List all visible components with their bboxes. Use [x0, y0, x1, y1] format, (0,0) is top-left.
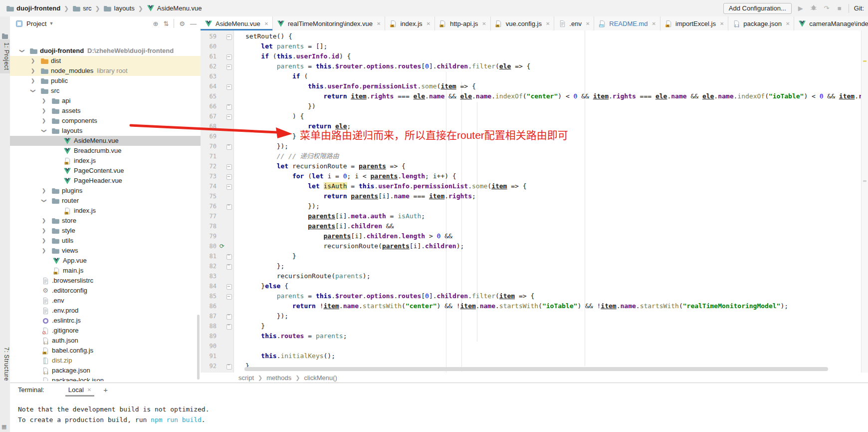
tree-item[interactable]: PageHeader.vue	[10, 176, 201, 186]
breadcrumb-item[interactable]: AsideMenu.vue	[147, 4, 202, 12]
debug-icon[interactable]	[810, 4, 818, 12]
code-line[interactable]: 80⟳ recursionRoute(parents[i].children);	[201, 241, 868, 251]
tree-item[interactable]: JSbabel.config.js	[10, 346, 201, 356]
line-number[interactable]: 84	[201, 281, 217, 291]
code-line[interactable]: 71 // // 递归权限路由	[201, 151, 868, 161]
editor-tab[interactable]: JSvue.config.js✕	[491, 16, 555, 30]
line-number[interactable]: 59	[201, 31, 217, 41]
editor-tab[interactable]: JSindex.js✕	[385, 16, 434, 30]
code-line[interactable]: 81 }	[201, 251, 868, 261]
code-line[interactable]: 89 this.routes = parents;	[201, 331, 868, 341]
line-number[interactable]: 83	[201, 271, 217, 281]
tree-item[interactable]: ❯node_moduleslibrary root	[10, 66, 201, 76]
code-line[interactable]: 87 });	[201, 311, 868, 321]
tree-item[interactable]: AsideMenu.vue	[10, 136, 201, 146]
tree-item[interactable]: ❯api	[10, 96, 201, 106]
line-number[interactable]: 69	[201, 131, 217, 141]
fold-marker[interactable]	[226, 54, 232, 60]
chevron-collapsed-icon[interactable]: ❯	[41, 226, 47, 236]
tree-item[interactable]: ❯store	[10, 216, 201, 226]
close-icon[interactable]: ✕	[720, 21, 724, 26]
chevron-collapsed-icon[interactable]: ❯	[30, 66, 36, 76]
line-number[interactable]: 74	[201, 181, 217, 191]
close-icon[interactable]: ✕	[546, 21, 550, 26]
fold-marker[interactable]	[226, 284, 232, 290]
editor-tab[interactable]: .env✕	[554, 16, 594, 30]
chevron-collapsed-icon[interactable]: ❯	[41, 186, 47, 196]
fold-marker[interactable]	[226, 294, 232, 300]
tree-item[interactable]: JSmain.js	[10, 266, 201, 276]
fold-marker[interactable]	[226, 64, 232, 70]
close-icon[interactable]: ✕	[786, 21, 790, 26]
code-editor[interactable]: 59setRoute() {60 let parents = [];61 if …	[201, 30, 868, 373]
tree-item[interactable]: ❯components	[10, 116, 201, 126]
tree-item[interactable]: JSindex.js	[10, 206, 201, 216]
fold-marker[interactable]	[226, 144, 232, 150]
fold-marker[interactable]	[226, 174, 232, 180]
close-icon[interactable]: ✕	[87, 387, 91, 393]
run-icon[interactable]: ▶	[797, 4, 805, 12]
code-line[interactable]: 66 })	[201, 101, 868, 111]
line-number[interactable]: 87	[201, 311, 217, 321]
code-line[interactable]: 77 parents[i].meta.auth = isAuth;	[201, 211, 868, 221]
code-line[interactable]: 82 };	[201, 261, 868, 271]
tool-switcher-icon[interactable]: ▦	[1, 424, 6, 430]
breadcrumb-item[interactable]: script	[238, 374, 254, 382]
breadcrumb-item[interactable]: duoji-frontend	[6, 4, 60, 12]
line-number[interactable]: 78	[201, 221, 217, 231]
editor-tab[interactable]: cameraManage\index.vue✕	[794, 16, 868, 30]
tree-item[interactable]: ❯duoji-frontendD:\zheheWeb\duoji-fronten…	[10, 46, 201, 56]
line-number[interactable]: 88	[201, 321, 217, 331]
line-number[interactable]: 89	[201, 331, 217, 341]
line-number[interactable]: 76	[201, 201, 217, 211]
tool-tab-structure[interactable]: 7: Structure	[0, 347, 10, 381]
git-label[interactable]: Git:	[854, 4, 864, 12]
chevron-collapsed-icon[interactable]: ❯	[41, 216, 47, 226]
line-number[interactable]: 80	[201, 241, 217, 251]
breadcrumb-item[interactable]: src	[72, 4, 91, 12]
fold-marker[interactable]	[226, 324, 232, 330]
code-line[interactable]: 84 }else {	[201, 281, 868, 291]
line-number[interactable]: 64	[201, 81, 217, 91]
close-icon[interactable]: ✕	[264, 21, 268, 26]
code-line[interactable]: 70 });	[201, 141, 868, 151]
close-icon[interactable]: ✕	[586, 21, 590, 26]
line-number[interactable]: 81	[201, 251, 217, 261]
fold-marker[interactable]	[226, 184, 232, 190]
code-line[interactable]: 85 parents = this.$router.options.routes…	[201, 291, 868, 301]
fold-marker[interactable]	[226, 264, 232, 270]
breadcrumb-item[interactable]: clickMenu()	[304, 374, 337, 382]
tree-item[interactable]: Breadcrumb.vue	[10, 146, 201, 156]
code-line[interactable]: 65 return item.rights === ele.name && el…	[201, 91, 868, 101]
tree-item[interactable]: .env	[10, 296, 201, 306]
tree-item[interactable]: ❯assets	[10, 106, 201, 116]
code-line[interactable]: 83 recursionRoute(parents);	[201, 271, 868, 281]
chevron-collapsed-icon[interactable]: ❯	[41, 116, 47, 126]
line-number[interactable]: 63	[201, 71, 217, 81]
code-line[interactable]: 67 ) {	[201, 111, 868, 121]
code-line[interactable]: 59setRoute() {	[201, 31, 868, 41]
breadcrumb-item[interactable]: layouts	[104, 4, 135, 12]
settings-gear-icon[interactable]: ⚙	[179, 20, 185, 27]
fold-marker[interactable]	[226, 114, 232, 120]
project-tree-scrollbar[interactable]	[197, 315, 200, 380]
editor-tab[interactable]: realTimeMonitoring\index.vue✕	[273, 16, 385, 30]
add-configuration-button[interactable]: Add Configuration...	[723, 3, 792, 14]
tree-item[interactable]: {..}package.json	[10, 366, 201, 376]
chevron-expanded-icon[interactable]: ❯	[39, 198, 49, 204]
code-line[interactable]: 62 parents = this.$router.options.routes…	[201, 61, 868, 71]
line-number[interactable]: 85	[201, 291, 217, 301]
line-number[interactable]: 91	[201, 351, 217, 361]
project-panel-title[interactable]: Project	[26, 20, 46, 27]
error-stripe[interactable]	[861, 30, 868, 373]
line-number[interactable]: 72	[201, 161, 217, 171]
line-number[interactable]: 67	[201, 111, 217, 121]
chevron-collapsed-icon[interactable]: ❯	[41, 106, 47, 116]
tree-item[interactable]: ❯src	[10, 86, 201, 96]
code-line[interactable]: 76 });	[201, 201, 868, 211]
new-terminal-button[interactable]: +	[103, 386, 108, 394]
chevron-collapsed-icon[interactable]: ❯	[41, 96, 47, 106]
close-icon[interactable]: ✕	[377, 21, 381, 26]
chevron-expanded-icon[interactable]: ❯	[17, 48, 27, 54]
line-number[interactable]: 61	[201, 51, 217, 61]
